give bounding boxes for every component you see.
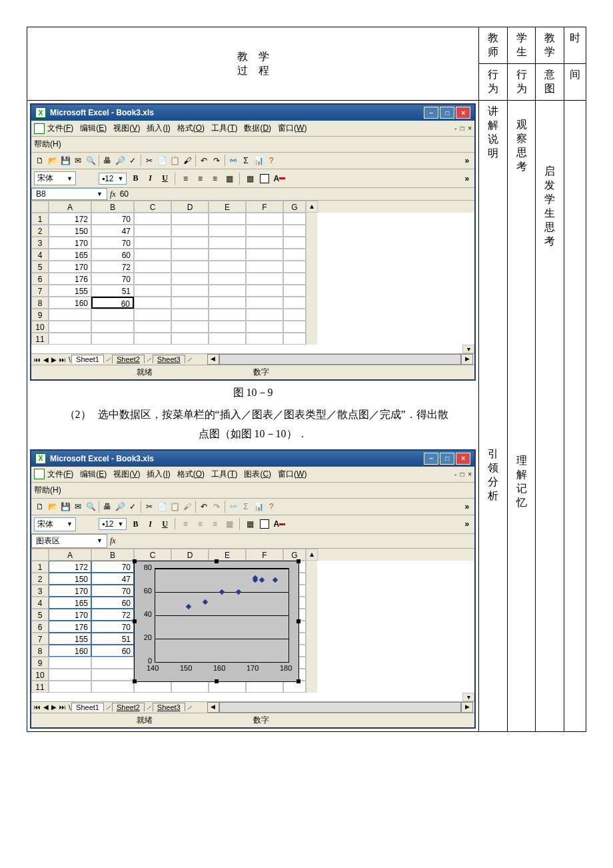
cut-icon[interactable]: ✂ <box>143 155 155 167</box>
cell[interactable]: 60 <box>91 597 134 609</box>
cell[interactable]: 72 <box>91 261 134 273</box>
row-header[interactable]: 8 <box>31 645 49 657</box>
cell[interactable] <box>246 333 283 345</box>
bold-button[interactable]: B <box>129 173 141 185</box>
menu-item[interactable]: 视图(V) <box>113 469 140 479</box>
chart-icon[interactable]: 📊 <box>253 155 265 167</box>
autosum-icon[interactable]: Σ <box>240 155 252 167</box>
next-sheet-button[interactable]: ▶ <box>50 703 58 711</box>
plot-area[interactable] <box>155 568 289 663</box>
align-left-icon[interactable]: ≡ <box>179 518 191 530</box>
help-icon[interactable]: ? <box>265 155 277 167</box>
cell[interactable] <box>171 285 209 297</box>
spell-icon[interactable]: ✓ <box>127 155 139 167</box>
font-name-select[interactable]: 宋体▼ <box>34 517 76 531</box>
cell[interactable] <box>283 249 306 261</box>
cell[interactable]: 172 <box>49 561 91 573</box>
cell[interactable] <box>246 261 283 273</box>
title-bar[interactable]: X Microsoft Excel - Book3.xls – □ × <box>31 105 474 121</box>
menu-item[interactable]: 工具(T) <box>211 123 237 133</box>
menu-item[interactable]: 文件(F) <box>47 469 73 479</box>
undo-icon[interactable]: ↶ <box>198 501 210 513</box>
cell[interactable] <box>134 297 171 309</box>
underline-button[interactable]: U <box>159 173 171 185</box>
close-button[interactable]: × <box>456 107 470 119</box>
scroll-right-button[interactable]: ▶ <box>461 354 473 365</box>
format-painter-icon[interactable]: 🖌 <box>181 155 193 167</box>
minimize-button[interactable]: – <box>424 453 438 465</box>
new-icon[interactable]: 🗋 <box>34 501 46 513</box>
cell[interactable]: 170 <box>49 609 91 621</box>
scroll-left-button[interactable]: ◀ <box>207 354 219 365</box>
cell[interactable] <box>171 273 209 285</box>
cell[interactable] <box>209 237 246 249</box>
cell[interactable]: 160 <box>49 645 91 657</box>
row-header[interactable]: 2 <box>31 225 49 237</box>
cell[interactable] <box>134 333 171 345</box>
sheet-tab[interactable]: Sheet3 <box>153 355 185 363</box>
menu-item[interactable]: 图表(C) <box>244 469 271 479</box>
row-header[interactable]: 9 <box>31 657 49 669</box>
menu-item[interactable]: 数据(D) <box>244 123 271 133</box>
cell[interactable] <box>283 273 306 285</box>
cell[interactable] <box>246 297 283 309</box>
cell[interactable]: 165 <box>49 249 91 261</box>
select-all-corner[interactable] <box>31 201 49 213</box>
scroll-right-button[interactable]: ▶ <box>461 702 473 713</box>
fx-icon[interactable]: fx <box>110 189 116 199</box>
cell[interactable] <box>283 681 306 693</box>
cell[interactable]: 70 <box>91 213 134 225</box>
toolbar-overflow-icon[interactable]: » <box>462 519 472 529</box>
sheet-tab[interactable]: Sheet2 <box>112 703 145 711</box>
formula-input[interactable]: 60 <box>120 189 129 199</box>
column-header[interactable]: C <box>134 549 171 561</box>
cell[interactable] <box>283 309 306 321</box>
border-icon[interactable]: ▦ <box>244 173 256 185</box>
first-sheet-button[interactable]: ⏮ <box>33 703 42 711</box>
sheet-tab[interactable]: Sheet3 <box>153 703 185 711</box>
cell[interactable] <box>209 297 246 309</box>
cell[interactable] <box>91 309 134 321</box>
cell[interactable] <box>209 333 246 345</box>
menu-item[interactable]: 视图(V) <box>113 123 140 133</box>
cell[interactable]: 70 <box>91 561 134 573</box>
column-header[interactable]: D <box>171 201 209 213</box>
doc-window-buttons[interactable]: - □ × <box>454 471 472 478</box>
hyperlink-icon[interactable]: ⚯ <box>227 155 239 167</box>
scroll-left-button[interactable]: ◀ <box>207 702 219 713</box>
cell[interactable]: 60 <box>91 249 134 261</box>
cell[interactable] <box>209 249 246 261</box>
select-all-corner[interactable] <box>31 549 49 561</box>
help-icon[interactable]: ? <box>265 501 277 513</box>
new-icon[interactable]: 🗋 <box>34 155 46 167</box>
open-icon[interactable]: 📂 <box>47 155 59 167</box>
column-header[interactable]: A <box>49 201 91 213</box>
cell[interactable] <box>91 333 134 345</box>
data-point[interactable] <box>259 577 265 583</box>
last-sheet-button[interactable]: ⏭ <box>58 356 67 363</box>
cell[interactable] <box>283 333 306 345</box>
sheet-tab[interactable]: Sheet2 <box>112 355 145 363</box>
name-box[interactable]: 图表区▼ <box>31 534 107 548</box>
cell[interactable]: 72 <box>91 609 134 621</box>
cell[interactable]: 70 <box>91 273 134 285</box>
cell[interactable] <box>134 237 171 249</box>
row-header[interactable]: 1 <box>31 561 49 573</box>
toolbar-overflow-icon[interactable]: » <box>462 502 472 511</box>
print-icon[interactable]: 🖶 <box>101 155 113 167</box>
italic-button[interactable]: I <box>144 173 156 185</box>
menu-item[interactable]: 插入(I) <box>147 469 170 479</box>
cell[interactable]: 70 <box>91 237 134 249</box>
cell[interactable]: 47 <box>91 573 134 585</box>
italic-button[interactable]: I <box>144 518 156 530</box>
prev-sheet-button[interactable]: ◀ <box>42 703 50 711</box>
sheet-tab[interactable]: Sheet1 <box>71 355 104 363</box>
cell[interactable] <box>134 273 171 285</box>
cell[interactable] <box>171 297 209 309</box>
undo-icon[interactable]: ↶ <box>198 155 210 167</box>
cell[interactable]: 51 <box>91 633 134 645</box>
cell[interactable] <box>134 213 171 225</box>
column-header[interactable]: A <box>49 549 91 561</box>
cell[interactable]: 150 <box>49 573 91 585</box>
cell[interactable] <box>246 309 283 321</box>
